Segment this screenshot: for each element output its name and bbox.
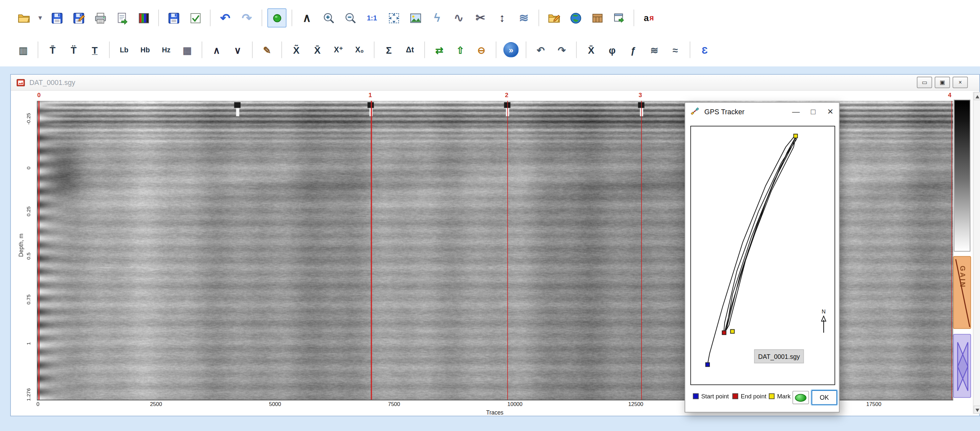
rotate-ccw-button[interactable]: ↶ [531, 40, 550, 59]
grid-button[interactable]: ▦ [178, 40, 196, 59]
marker-mode-button[interactable] [267, 8, 286, 27]
floppy-icon [50, 11, 64, 25]
gps-minimize-button[interactable]: — [787, 103, 804, 120]
time-cut-button[interactable]: T̲ [86, 40, 104, 59]
main-toolbar: ▾↶↷∧1:1ϟ∿✂↕≋aя [0, 4, 980, 32]
open-recent-dropdown[interactable]: ▾ [36, 8, 45, 27]
trace-marker-labels: 01234 [37, 91, 952, 100]
window-close-button[interactable]: × [953, 77, 968, 88]
gain-panel-button[interactable]: GAIN [953, 256, 971, 329]
delta-t-button[interactable]: Δt [401, 40, 419, 59]
wave-button[interactable]: ∿ [449, 8, 468, 27]
stacking-button[interactable]: Σ [380, 40, 398, 59]
function-button[interactable]: ƒ [624, 40, 643, 59]
translate-button-glyph2: я [649, 14, 654, 22]
processing-toolbar: ▥T̄T̈T̲LbHbHz▦∧∨✎X̃X̄X⁺X₀ΣΔt⇄⇧⊖»↶↷X̄φƒ≋≈… [0, 36, 980, 64]
time-zero-auto-button[interactable]: T̈ [64, 40, 83, 59]
palette-button[interactable] [134, 8, 153, 27]
high-bound-filter-button[interactable]: Hb [136, 40, 154, 59]
gps-dialog-titlebar[interactable]: GPS Tracker — □ ✕ [685, 103, 839, 120]
cut-button[interactable]: ✂ [471, 8, 490, 27]
window-mean-button[interactable]: X̄ [582, 40, 600, 59]
window-minimize-button[interactable]: ▭ [917, 77, 932, 88]
wiggle-panel-button[interactable] [953, 334, 971, 398]
zoom-in-button[interactable] [319, 8, 338, 27]
archive-button[interactable] [587, 8, 607, 27]
gps-track-plot: DAT_0001.sgy N [690, 126, 835, 385]
save-as-button[interactable] [69, 8, 88, 27]
north-arrow-icon [818, 315, 829, 334]
rotate-cw-button[interactable]: ↷ [553, 40, 571, 59]
smoothing-button[interactable]: ≈ [666, 40, 684, 59]
toolbar-separator [576, 42, 577, 58]
resample-button[interactable]: ≋ [645, 40, 663, 59]
function-button-glyph: ƒ [631, 45, 636, 55]
open-file-button[interactable] [14, 8, 33, 27]
phase-button[interactable]: φ [603, 40, 621, 59]
print-button[interactable] [91, 8, 110, 27]
gps-close-button[interactable]: ✕ [822, 103, 839, 120]
horizontal-align-button[interactable]: ⇄ [430, 40, 449, 59]
actual-size-button[interactable]: 1:1 [363, 8, 382, 27]
legend-swatch [732, 393, 738, 399]
mean-trace-button[interactable]: X̄ [308, 40, 327, 59]
save-all-button[interactable] [164, 8, 183, 27]
document-title: DAT_0001.sgy [29, 79, 75, 86]
lightning-button[interactable]: ϟ [427, 8, 446, 27]
low-bound-filter-button[interactable]: Lb [115, 40, 133, 59]
ok-button[interactable]: OK [811, 390, 837, 405]
gps-maximize-button[interactable]: □ [805, 103, 822, 120]
gps-file-label: DAT_0001.sgy [754, 350, 804, 364]
save-button[interactable] [48, 8, 67, 27]
export-image-button[interactable] [112, 8, 131, 27]
globe-button[interactable] [566, 8, 585, 27]
peak-down-button-glyph: ∨ [234, 45, 241, 55]
window-restore-button[interactable]: ▣ [935, 77, 950, 88]
amplitude-colorbar [954, 100, 970, 252]
time-zero-button-glyph: T̄ [50, 45, 56, 55]
zero-line-button[interactable]: ⊖ [472, 40, 490, 59]
move-up-button[interactable]: ⇧ [451, 40, 469, 59]
undo-button[interactable]: ↶ [216, 8, 235, 27]
play-button[interactable]: » [503, 42, 519, 57]
gps-track-line [691, 126, 834, 385]
export-icon [115, 11, 129, 25]
zoom-out-button[interactable] [341, 8, 360, 27]
trace-edit-button[interactable]: ▥ [14, 40, 33, 59]
fit-icon [387, 11, 400, 25]
layers-button[interactable]: ≋ [514, 8, 533, 27]
subtract-mean-button[interactable]: X̃ [287, 40, 305, 59]
frequency-edit-button[interactable]: Hz [157, 40, 175, 59]
add-trace-button[interactable]: X⁺ [329, 40, 348, 59]
hand-edit-button[interactable]: ✎ [258, 40, 276, 59]
zero-trace-button[interactable]: X₀ [350, 40, 369, 59]
peak-down-button[interactable]: ∨ [228, 40, 247, 59]
batch-button[interactable]: Ɛ [695, 40, 714, 59]
play-button-glyph: » [509, 46, 513, 54]
vertical-scale-button[interactable]: ↕ [492, 8, 512, 27]
trace-tick-label: 5000 [269, 401, 281, 407]
peak-up-button[interactable]: ∧ [207, 40, 226, 59]
vertical-scrollbar[interactable] [973, 92, 980, 413]
apply-options-button[interactable] [186, 8, 205, 27]
gps-status-indicator[interactable] [792, 391, 809, 404]
edit-file-button[interactable] [544, 8, 563, 27]
depth-tick-label: -0.25 [26, 113, 32, 125]
wavelet-button[interactable]: ∧ [298, 8, 317, 27]
subtract-mean-button-glyph: X̃ [293, 45, 299, 55]
translate-button-glyph: a [644, 13, 649, 22]
export-window-button[interactable] [609, 8, 628, 27]
grid-button-glyph: ▦ [183, 45, 192, 55]
fit-window-button[interactable] [384, 8, 403, 27]
translate-button[interactable]: aя [639, 8, 658, 27]
delta-t-button-glyph: Δt [406, 46, 414, 54]
high-bound-filter-button-glyph: Hb [140, 46, 150, 53]
time-zero-button[interactable]: T̄ [43, 40, 62, 59]
scroll-down-button[interactable] [974, 405, 980, 414]
image-display-button[interactable] [406, 8, 425, 27]
toolbar-separator [202, 42, 202, 58]
add-trace-button-glyph: X⁺ [334, 46, 343, 54]
radargram-window-titlebar[interactable]: DAT_0001.sgy ▭ ▣ × [11, 75, 979, 91]
redo-button[interactable]: ↷ [237, 8, 256, 27]
scroll-up-button[interactable] [974, 92, 980, 100]
